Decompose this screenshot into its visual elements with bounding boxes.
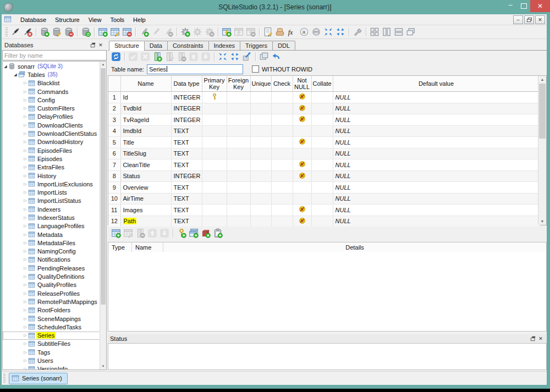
grid-cell-primary-key[interactable] [202, 148, 227, 159]
child-restore-button[interactable] [524, 15, 534, 24]
sidebar-item-remotepathmappings[interactable]: ▷RemotePathMappings [3, 297, 100, 306]
grid-cell-unique[interactable] [250, 205, 271, 216]
sidebar-item-namingconfig[interactable]: ▷NamingConfig [3, 247, 100, 256]
grid-cell-collate[interactable] [311, 103, 333, 114]
toolbar-grip[interactable] [6, 27, 8, 36]
grid-cell-unique[interactable] [250, 114, 271, 126]
grid-cell-collate[interactable] [311, 182, 333, 194]
without-rowid-checkbox[interactable] [252, 65, 259, 73]
grid-cell-unique[interactable] [250, 92, 271, 103]
sidebar-item-indexerstatus[interactable]: ▷IndexerStatus [3, 213, 100, 222]
grid-cell-unique[interactable] [250, 125, 271, 137]
grid-cell-primary-key[interactable] [202, 159, 227, 171]
collapse-arrow-icon[interactable]: ▷ [23, 216, 28, 220]
menu-item-tools[interactable]: Tools [106, 15, 129, 24]
add-check-icon[interactable] [212, 228, 224, 239]
grid-cell-collate[interactable] [311, 170, 333, 182]
grid-cell-collate[interactable] [311, 114, 333, 126]
grid-cell-not-null[interactable] [293, 182, 311, 194]
menu-item-view[interactable]: View [84, 15, 106, 24]
collapse-arrow-icon[interactable]: ▷ [23, 90, 28, 94]
sidebar-item-scenemappings[interactable]: ▷SceneMappings [3, 314, 100, 323]
taskbar-window-button[interactable]: Series (sonarr) [9, 373, 68, 384]
sidebar-item-episodes[interactable]: ▷Episodes [3, 154, 100, 163]
grid-cell-datatype[interactable]: TEXT [171, 205, 202, 216]
grid-cell-default[interactable]: NULL [333, 103, 540, 114]
grid-cell-check[interactable] [271, 103, 293, 114]
sidebar-item-history[interactable]: ▷History [3, 172, 100, 180]
add-unique-icon[interactable] [200, 228, 212, 239]
tab-triggers[interactable]: Triggers [240, 41, 273, 50]
grid-cell-foreign-key[interactable] [227, 103, 250, 114]
sidebar-item-tables[interactable]: ◢Tables(35) [3, 70, 100, 79]
maximize-button[interactable] [517, 0, 530, 12]
shrink-all-windows-icon[interactable] [322, 26, 334, 37]
add-database-icon[interactable] [38, 26, 51, 37]
grid-cell-name[interactable]: CleanTitle [120, 159, 171, 171]
grid-cell-datatype[interactable]: TEXT [171, 216, 202, 227]
collapse-arrow-icon[interactable]: ▷ [23, 325, 28, 329]
grid-cell-name[interactable]: TitleSlug [120, 148, 171, 159]
grid-cell-datatype[interactable]: TEXT [171, 159, 202, 171]
grid-cell-unique[interactable] [250, 103, 271, 114]
expand-window-icon[interactable] [229, 51, 241, 62]
collapse-arrow-icon[interactable]: ▷ [23, 174, 28, 178]
grid-cell-collate[interactable] [311, 148, 333, 159]
grid-cell-primary-key[interactable] [202, 205, 227, 216]
column-header-check[interactable]: Check [271, 76, 293, 92]
connect-database-icon[interactable] [9, 26, 21, 37]
grid-cell-foreign-key[interactable] [227, 92, 250, 103]
sidebar-item-sonarr[interactable]: ◢sonarr(SQLite 3) [3, 62, 100, 70]
sidebar-item-releaseprofiles[interactable]: ▷ReleaseProfiles [3, 289, 100, 297]
sidebar-item-commands[interactable]: ▷Commands [3, 87, 100, 96]
grid-cell-datatype[interactable]: INTEGER [171, 92, 202, 103]
scroll-down-icon[interactable]: ▼ [100, 363, 106, 369]
filter-input[interactable] [2, 50, 107, 60]
tab-ddl[interactable]: DDL [272, 41, 295, 50]
grid-cell-foreign-key[interactable] [227, 216, 250, 227]
column-header-unique[interactable]: Unique [250, 76, 271, 92]
grid-cell-primary-key[interactable] [202, 114, 227, 126]
collapse-arrow-icon[interactable]: ▷ [23, 341, 28, 346]
sidebar-item-blacklist[interactable]: ▷Blacklist [3, 79, 100, 87]
undo-icon[interactable] [270, 51, 282, 62]
grid-cell-primary-key[interactable] [202, 125, 227, 137]
new-view-icon[interactable] [221, 26, 233, 37]
grid-cell-check[interactable] [271, 125, 293, 137]
sidebar-item-downloadclientstatus[interactable]: ▷DownloadClientStatus [3, 129, 100, 137]
new-trigger-icon[interactable] [179, 26, 191, 37]
grid-cell-collate[interactable] [311, 193, 333, 205]
sidebar-item-rootfolders[interactable]: ▷RootFolders [3, 306, 100, 314]
collapse-arrow-icon[interactable]: ▷ [23, 300, 28, 304]
grid-cell-foreign-key[interactable] [227, 114, 250, 126]
grid-cell-default[interactable]: NULL [333, 216, 540, 227]
grid-cell-check[interactable] [271, 137, 293, 148]
grid-cell-primary-key[interactable] [202, 137, 227, 148]
sidebar-item-importliststatus[interactable]: ▷ImportListStatus [3, 197, 100, 205]
sidebar-item-languageprofiles[interactable]: ▷LanguageProfiles [3, 222, 100, 230]
shrink-window-icon[interactable] [217, 51, 229, 62]
open-ddl-history-icon[interactable] [274, 26, 286, 37]
grid-cell-name[interactable]: TvRageId [120, 114, 171, 126]
open-configuration-icon[interactable] [351, 26, 364, 37]
constraints-col-name[interactable]: Name [132, 242, 163, 252]
grid-cell-collate[interactable] [311, 205, 333, 216]
tab-data[interactable]: Data [144, 41, 168, 50]
column-header-default-value[interactable]: Default value [333, 76, 540, 92]
menu-item-structure[interactable]: Structure [51, 15, 84, 24]
grid-cell-name[interactable]: Title [120, 137, 171, 148]
grid-cell-foreign-key[interactable] [227, 170, 250, 182]
grid-cell-name[interactable]: AirTime [120, 193, 171, 205]
add-primary-key-icon[interactable] [175, 228, 188, 239]
grid-cell-collate[interactable] [311, 125, 333, 137]
grid-cell-not-null[interactable]: N [293, 170, 311, 182]
sidebar-item-delayprofiles[interactable]: ▷DelayProfiles [3, 113, 100, 121]
grid-cell-not-null[interactable] [293, 148, 311, 159]
collapse-arrow-icon[interactable]: ▷ [23, 190, 28, 195]
tree-scrollbar[interactable]: ▲ ▼ [100, 62, 106, 369]
grid-cell-unique[interactable] [250, 170, 271, 182]
tile-windows-vertically-icon[interactable] [381, 26, 393, 37]
expand-arrow-icon[interactable]: ◢ [3, 64, 8, 69]
grid-cell-datatype[interactable]: TEXT [171, 193, 202, 205]
open-collation-editor-icon[interactable]: a [298, 26, 310, 37]
